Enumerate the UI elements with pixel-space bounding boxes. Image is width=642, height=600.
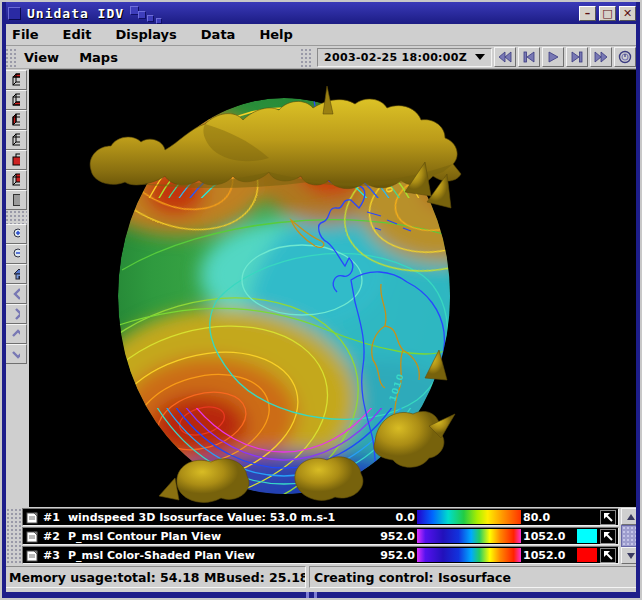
scroll-down-icon[interactable]	[621, 547, 640, 564]
pan-left-icon[interactable]	[5, 284, 27, 304]
activity-status-text: Creating control: Isosurface	[314, 570, 511, 585]
step-back-icon[interactable]	[518, 47, 540, 67]
menu-help[interactable]: Help	[257, 25, 302, 44]
maximize-icon[interactable]: □	[599, 6, 616, 21]
menu-displays[interactable]: Displays	[113, 25, 186, 44]
pan-down-icon[interactable]	[5, 344, 27, 364]
colorbar-max: 1052.0	[523, 530, 577, 543]
scrollbar-thumb[interactable]	[621, 525, 640, 547]
show-control-window-icon[interactable]	[600, 529, 616, 544]
display-legend: #1 windspeed 3D Isosurface Value: 53.0 m…	[2, 507, 640, 564]
home-view-icon[interactable]	[5, 264, 27, 284]
legend-row-label[interactable]: P_msl Contour Plan View	[68, 530, 365, 543]
menu-maps[interactable]: Maps	[79, 50, 118, 65]
legend-row-contour[interactable]: #2 P_msl Contour Plan View 952.0 1052.0	[22, 527, 619, 545]
perspective-view-icon[interactable]	[5, 190, 27, 210]
colorbar-min: 952.0	[365, 530, 415, 543]
display-color-swatch[interactable]	[577, 548, 597, 562]
display-properties-icon[interactable]	[26, 549, 39, 562]
memory-usage-label: Memory usage:	[9, 570, 117, 585]
memory-used: used: 25.18 M	[226, 570, 306, 585]
show-control-window-icon[interactable]	[600, 548, 616, 563]
menu-data[interactable]: Data	[199, 25, 246, 44]
view-cube-top-icon[interactable]	[5, 70, 27, 90]
app-window: Unidata IDV – □ ✕ File Edit Displays Dat…	[0, 0, 642, 600]
window-menu-icon[interactable]	[8, 7, 21, 20]
play-icon[interactable]	[542, 47, 564, 67]
legend-row-index: #2	[43, 530, 60, 543]
toolbar-drag-handle[interactable]	[5, 48, 18, 67]
legend-row-isosurface[interactable]: #1 windspeed 3D Isosurface Value: 53.0 m…	[22, 508, 619, 526]
animation-drag-handle[interactable]	[300, 48, 311, 67]
display-properties-icon[interactable]	[26, 511, 39, 524]
pan-up-icon[interactable]	[5, 324, 27, 344]
activity-status-panel: Creating control: Isosurface	[309, 566, 638, 588]
view-cube-bottom-icon[interactable]	[5, 90, 27, 110]
legend-scrollbar[interactable]	[621, 508, 640, 564]
legend-row-label[interactable]: windspeed 3D Isosurface Value: 53.0 m.s-…	[68, 511, 365, 524]
titlebar-decoration	[124, 2, 184, 24]
pan-right-icon[interactable]	[5, 304, 27, 324]
legend-row-index: #1	[43, 511, 60, 524]
menu-edit[interactable]: Edit	[61, 25, 102, 44]
globe-3d-viewport[interactable]: 1020 1010	[29, 69, 640, 507]
zoom-out-icon[interactable]	[5, 244, 27, 264]
scroll-up-icon[interactable]	[621, 508, 640, 525]
memory-usage-panel: Memory usage: total: 54.18 MB used: 25.1…	[4, 566, 306, 588]
legend-row-label[interactable]: P_msl Color-Shaded Plan View	[68, 549, 365, 562]
step-forward-icon[interactable]	[566, 47, 588, 67]
status-bar: Memory usage: total: 54.18 MB used: 25.1…	[2, 564, 640, 591]
time-value: 2003-02-25 18:00:00Z	[324, 51, 467, 64]
colorbar-max: 80.0	[523, 511, 577, 524]
minimize-icon[interactable]: –	[579, 6, 596, 21]
view-cube-left-icon[interactable]	[5, 110, 27, 130]
menu-view[interactable]: View	[24, 50, 59, 65]
time-selector-dropdown[interactable]: 2003-02-25 18:00:00Z	[317, 48, 492, 67]
colorbar[interactable]	[417, 510, 521, 524]
view-toolbar: View Maps 2003-02-25 18:00:00Z	[2, 46, 640, 69]
animation-widget: 2003-02-25 18:00:00Z	[300, 47, 636, 67]
animation-properties-icon[interactable]	[614, 47, 636, 67]
display-side-toolbar	[2, 69, 29, 507]
go-to-start-icon[interactable]	[494, 47, 516, 67]
colorbar-min: 0.0	[365, 511, 415, 524]
colorbar[interactable]	[417, 529, 521, 543]
go-to-end-icon[interactable]	[590, 47, 612, 67]
display-color-swatch[interactable]	[577, 529, 597, 543]
legend-left-margin	[2, 508, 22, 564]
display-properties-icon[interactable]	[26, 530, 39, 543]
menu-bar: File Edit Displays Data Help	[2, 24, 640, 46]
resize-grip[interactable]	[306, 592, 309, 598]
legend-row-index: #3	[43, 549, 60, 562]
toolbar-separator	[5, 210, 27, 224]
titlebar[interactable]: Unidata IDV – □ ✕	[2, 2, 640, 24]
colorbar-min: 952.0	[365, 549, 415, 562]
legend-row-color-shaded[interactable]: #3 P_msl Color-Shaded Plan View 952.0 10…	[22, 546, 619, 564]
menu-file[interactable]: File	[10, 25, 49, 44]
chevron-down-icon	[475, 54, 485, 60]
window-title: Unidata IDV	[27, 6, 124, 21]
resize-grip[interactable]	[314, 592, 317, 598]
view-cube-back-icon[interactable]	[5, 170, 27, 190]
colorbar[interactable]	[417, 548, 521, 562]
memory-total: total: 54.18 MB	[117, 570, 225, 585]
view-cube-front-icon[interactable]	[5, 150, 27, 170]
view-cube-right-icon[interactable]	[5, 130, 27, 150]
show-control-window-icon[interactable]	[600, 510, 616, 525]
close-icon[interactable]: ✕	[619, 6, 636, 21]
zoom-in-icon[interactable]	[5, 224, 27, 244]
colorbar-max: 1052.0	[523, 549, 577, 562]
